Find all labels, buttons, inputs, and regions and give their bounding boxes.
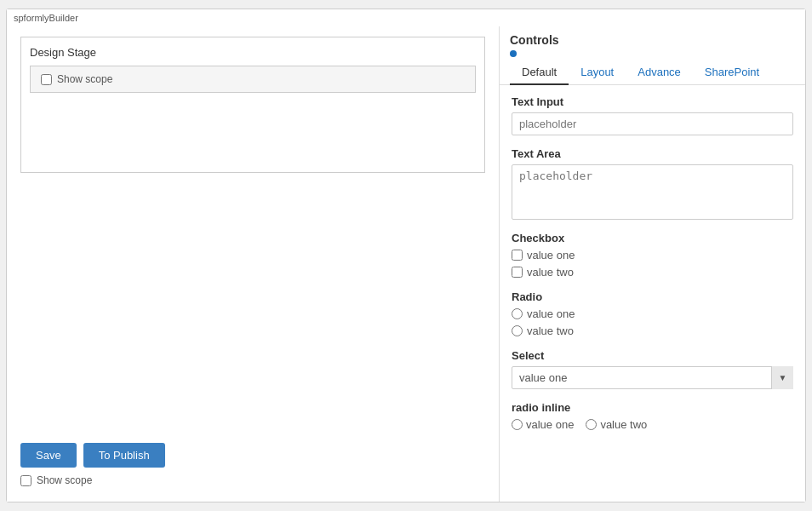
radio-inline-row: value one value two — [512, 418, 793, 431]
checkbox-item-2: value two — [512, 266, 793, 278]
tab-sharepoint[interactable]: SharePoint — [693, 60, 771, 85]
blue-dot-indicator — [510, 50, 517, 57]
text-input-field[interactable] — [512, 112, 793, 135]
radio-inline-item-1: value one — [512, 418, 574, 431]
checkbox-item-1: value one — [512, 249, 793, 261]
save-button[interactable]: Save — [20, 443, 77, 468]
radio-value-one-label: value one — [527, 307, 575, 320]
radio-inline-value-one[interactable] — [512, 419, 523, 430]
radio-group: Radio value one value two — [512, 290, 793, 337]
tabs-row: Default Layout Advance SharePoint — [500, 60, 805, 85]
select-label: Select — [512, 349, 793, 362]
right-panel: Controls Default Layout Advance SharePoi… — [499, 26, 805, 502]
checkbox-value-one-label: value one — [527, 249, 575, 261]
radio-value-two[interactable] — [512, 325, 523, 336]
controls-body: Text Input Text Area Checkbox value one — [500, 85, 805, 502]
radio-item-2: value two — [512, 324, 793, 337]
checkbox-value-two-label: value two — [527, 266, 574, 278]
tab-advance[interactable]: Advance — [626, 60, 693, 85]
app-window: spformlyBuilder Design Stage Show scope … — [6, 9, 806, 502]
text-input-label: Text Input — [512, 95, 793, 108]
radio-value-one[interactable] — [512, 308, 523, 319]
checkbox-value-one[interactable] — [512, 250, 523, 261]
bottom-show-scope-checkbox[interactable] — [20, 475, 31, 486]
tab-layout[interactable]: Layout — [569, 60, 626, 85]
btn-row: Save To Publish — [20, 443, 485, 468]
radio-inline-item-2: value two — [586, 418, 647, 431]
text-area-field[interactable] — [512, 164, 793, 220]
select-group: Select value one value two ▼ — [512, 349, 793, 389]
bottom-show-scope-row: Show scope — [20, 474, 485, 486]
bottom-show-scope-label: Show scope — [37, 474, 92, 486]
radio-inline-value-two[interactable] — [586, 419, 597, 430]
checkbox-label: Checkbox — [512, 232, 793, 244]
radio-value-two-label: value two — [527, 324, 574, 337]
radio-inline-label: radio inline — [512, 401, 793, 414]
text-input-group: Text Input — [512, 95, 793, 135]
main-area: Design Stage Show scope Save To Publish … — [7, 26, 805, 502]
radio-item-1: value one — [512, 307, 793, 320]
text-area-label: Text Area — [512, 147, 793, 160]
show-scope-checkbox[interactable] — [41, 74, 52, 85]
bottom-actions: Save To Publish Show scope — [20, 434, 485, 491]
design-stage-box: Design Stage Show scope — [20, 37, 485, 173]
left-panel: Design Stage Show scope Save To Publish … — [7, 26, 499, 502]
design-stage-title: Design Stage — [30, 46, 476, 59]
app-title: spformlyBuilder — [14, 13, 78, 23]
show-scope-label: Show scope — [57, 73, 112, 85]
tab-default[interactable]: Default — [510, 60, 569, 85]
checkbox-value-two[interactable] — [512, 267, 523, 278]
show-scope-bar: Show scope — [30, 66, 476, 93]
controls-header: Controls — [500, 26, 805, 47]
radio-inline-value-two-label: value two — [600, 418, 647, 431]
radio-inline-group: radio inline value one value two — [512, 401, 793, 431]
select-field[interactable]: value one value two — [512, 366, 793, 389]
text-area-group: Text Area — [512, 147, 793, 220]
radio-label: Radio — [512, 290, 793, 303]
radio-inline-value-one-label: value one — [526, 418, 574, 431]
checkbox-group: Checkbox value one value two — [512, 232, 793, 278]
publish-button[interactable]: To Publish — [83, 443, 165, 468]
app-bar: spformlyBuilder — [7, 9, 805, 26]
select-wrapper: value one value two ▼ — [512, 366, 793, 389]
